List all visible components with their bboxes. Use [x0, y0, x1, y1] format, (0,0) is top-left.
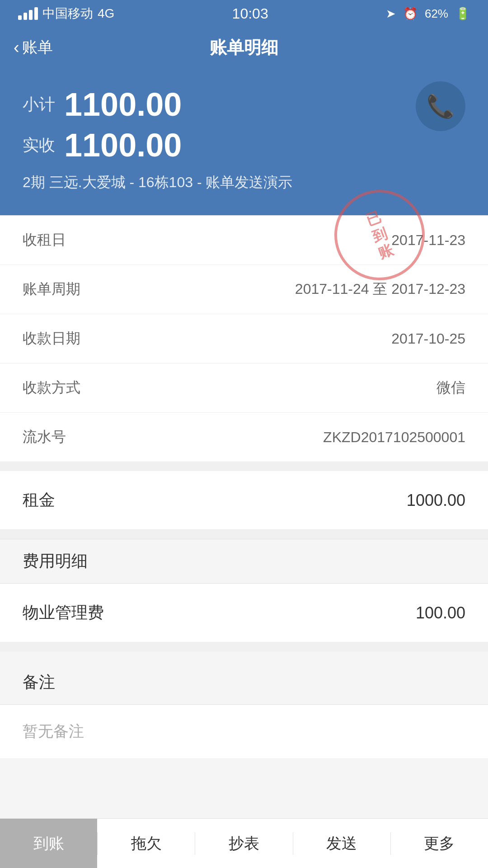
fee-section-header: 费用明细 — [0, 539, 488, 584]
section-divider-2 — [0, 530, 488, 539]
header-section: 小计 1100.00 实收 1100.00 2期 三远.大爱城 - 16栋103… — [0, 68, 488, 215]
network-label: 4G — [98, 6, 114, 21]
detail-value-0: 2017-11-23 — [391, 232, 465, 249]
tab-label-4: 更多 — [424, 833, 455, 854]
tab-label-1: 拖欠 — [131, 833, 162, 854]
subtotal-amount: 1100.00 — [64, 86, 182, 123]
detail-value-1: 2017-11-24 至 2017-12-23 — [295, 279, 465, 299]
tab-fasong[interactable]: 发送 — [293, 819, 390, 868]
back-label: 账单 — [22, 37, 53, 58]
detail-label-2: 收款日期 — [23, 329, 80, 349]
detail-label-3: 收款方式 — [23, 378, 80, 398]
section-divider-1 — [0, 462, 488, 471]
fee-value-0: 100.00 — [416, 604, 465, 623]
signal-icon — [18, 7, 38, 20]
tab-daoz[interactable]: 到账 — [0, 819, 97, 868]
fee-label-0: 物业管理费 — [23, 602, 104, 624]
detail-row-3: 收款方式 微信 — [0, 363, 488, 413]
header-subtitle: 2期 三远.大爱城 - 16栋103 - 账单发送演示 — [23, 173, 465, 193]
actual-amount: 1100.00 — [64, 127, 182, 164]
back-button[interactable]: ‹ 账单 — [14, 37, 53, 58]
rent-section: 租金 1000.00 — [0, 471, 488, 530]
fee-section: 费用明细 物业管理费 100.00 — [0, 539, 488, 642]
detail-value-2: 2017-10-25 — [391, 330, 465, 347]
status-right: ➤ ⏰ 62% 🔋 — [386, 7, 470, 21]
detail-row-1: 账单周期 2017-11-24 至 2017-12-23 — [0, 265, 488, 314]
rent-label: 租金 — [23, 489, 55, 511]
detail-label-0: 收租日 — [23, 230, 66, 250]
rent-value: 1000.00 — [407, 491, 465, 510]
notes-header: 备注 — [0, 660, 488, 705]
subtotal-row: 小计 1100.00 — [23, 86, 465, 123]
carrier-label: 中国移动 — [42, 5, 93, 22]
tab-more[interactable]: 更多 — [391, 819, 488, 868]
section-divider-3 — [0, 642, 488, 651]
status-bar: 中国移动 4G 10:03 ➤ ⏰ 62% 🔋 — [0, 0, 488, 27]
battery-label: 62% — [425, 7, 448, 21]
page-title: 账单明细 — [210, 36, 278, 59]
detail-row-4: 流水号 ZKZD2017102500001 — [0, 413, 488, 462]
nav-bar: ‹ 账单 账单明细 — [0, 27, 488, 68]
detail-row-2: 收款日期 2017-10-25 — [0, 314, 488, 363]
actual-row: 实收 1100.00 — [23, 127, 465, 164]
detail-label-4: 流水号 — [23, 427, 66, 447]
detail-section: 收租日 2017-11-23 账单周期 2017-11-24 至 2017-12… — [0, 215, 488, 462]
phone-button[interactable]: 📞 — [416, 81, 465, 131]
alarm-icon: ⏰ — [403, 7, 418, 21]
location-icon: ➤ — [386, 7, 396, 21]
tab-chaobiao[interactable]: 抄表 — [195, 819, 292, 868]
detail-row-0: 收租日 2017-11-23 — [0, 216, 488, 265]
notes-title: 备注 — [23, 673, 55, 691]
detail-value-4: ZKZD2017102500001 — [323, 429, 465, 446]
time-label: 10:03 — [232, 5, 268, 22]
tab-label-2: 抄表 — [229, 833, 259, 854]
notes-section: 备注 暂无备注 — [0, 660, 488, 758]
notes-empty-text: 暂无备注 — [0, 705, 488, 758]
battery-icon: 🔋 — [455, 7, 470, 21]
status-left: 中国移动 4G — [18, 5, 114, 22]
fee-section-title: 费用明细 — [23, 552, 88, 570]
detail-value-3: 微信 — [436, 378, 465, 398]
fee-row-0: 物业管理费 100.00 — [0, 584, 488, 642]
actual-label: 实收 — [23, 134, 55, 156]
detail-label-1: 账单周期 — [23, 279, 80, 299]
tab-label-3: 发送 — [326, 833, 357, 854]
phone-icon: 📞 — [427, 93, 455, 119]
tab-bar: 到账 拖欠 抄表 发送 更多 — [0, 818, 488, 868]
tab-tuoqian[interactable]: 拖欠 — [98, 819, 195, 868]
chevron-left-icon: ‹ — [14, 38, 19, 57]
subtotal-label: 小计 — [23, 94, 55, 116]
tab-label-0: 到账 — [33, 833, 64, 854]
rent-row: 租金 1000.00 — [0, 471, 488, 530]
